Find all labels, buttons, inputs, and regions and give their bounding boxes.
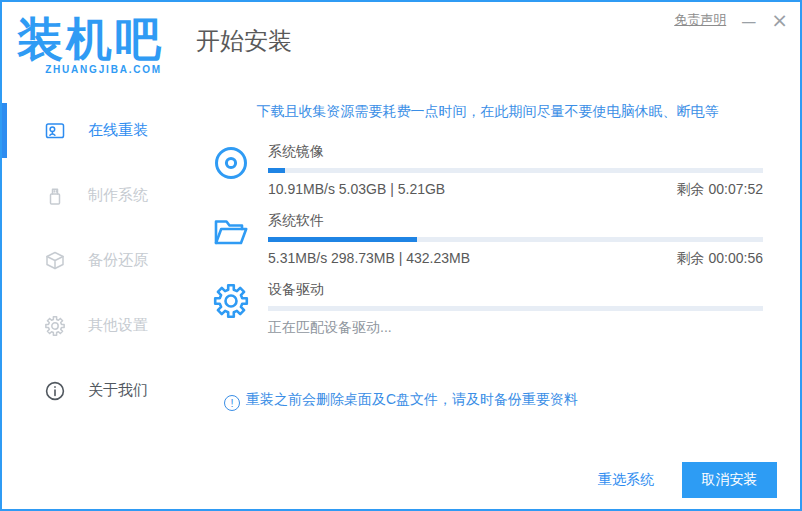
cancel-install-button[interactable]: 取消安装 [682,462,777,498]
brand-logo: 装机吧 ZHUANGJIBA.COM [17,16,164,75]
disclaimer-link[interactable]: 免责声明 [674,11,726,29]
task-row-system-software: 系统软件 5.31MB/s 298.73MB | 432.23MB 剩余 00:… [212,212,763,268]
usb-icon [44,185,66,207]
monitor-icon [44,120,66,142]
task-remaining: 剩余 00:00:56 [677,250,763,268]
gear-icon [212,282,250,320]
top-notice: 下载且收集资源需要耗费一点时间，在此期间尽量不要使电脑休眠、断电等 [212,103,763,121]
sidebar-item-online-reinstall[interactable]: 在线重装 [2,98,187,163]
task-remaining: 剩余 00:07:52 [677,181,763,199]
task-row-system-image: 系统镜像 10.91MB/s 5.03GB | 5.21GB 剩余 00:07:… [212,143,763,199]
reselect-system-button[interactable]: 重选系统 [598,471,654,489]
sidebar: 在线重装 制作系统 [2,88,187,509]
minimize-icon[interactable]: — [741,11,756,30]
page-title: 开始安装 [196,25,292,57]
task-status: 正在匹配设备驱动... [268,319,392,337]
sidebar-item-other-settings[interactable]: 其他设置 [2,293,187,358]
warning-icon: ! [224,395,240,411]
window-controls: 免责声明 — × [674,10,788,30]
progress-bar [268,306,763,311]
folder-icon [212,213,250,251]
task-name: 系统软件 [268,212,763,230]
task-name: 设备驱动 [268,281,763,299]
task-detail: 10.91MB/s 5.03GB | 5.21GB [268,181,445,199]
close-icon[interactable]: × [771,10,788,30]
progress-fill [268,237,417,242]
body: 在线重装 制作系统 [2,88,800,509]
progress-bar [268,237,763,242]
disc-icon [212,144,250,182]
sidebar-item-label: 制作系统 [88,186,148,205]
progress-bar [268,168,763,173]
bottom-warning-text: 重装之前会删除桌面及C盘文件，请及时备份重要资料 [246,391,578,407]
task-list: 系统镜像 10.91MB/s 5.03GB | 5.21GB 剩余 00:07:… [212,143,763,337]
header: 装机吧 ZHUANGJIBA.COM 开始安装 免责声明 — × [2,2,800,88]
footer-actions: 重选系统 取消安装 [598,462,777,498]
sidebar-item-label: 备份还原 [88,251,148,270]
brand-name: 装机吧 [17,16,164,62]
task-detail: 5.31MB/s 298.73MB | 432.23MB [268,250,470,268]
sidebar-item-backup-restore[interactable]: 备份还原 [2,228,187,293]
progress-fill [268,168,285,173]
main-content: 下载且收集资源需要耗费一点时间，在此期间尽量不要使电脑休眠、断电等 系统镜像 [187,88,800,509]
gear-icon [44,315,66,337]
bottom-warning: !重装之前会删除桌面及C盘文件，请及时备份重要资料 [2,391,800,411]
sidebar-item-label: 在线重装 [88,121,148,140]
active-accent-bar [2,103,7,158]
box-icon [44,250,66,272]
sidebar-item-make-system[interactable]: 制作系统 [2,163,187,228]
app-window: 装机吧 ZHUANGJIBA.COM 开始安装 免责声明 — × 在线 [0,0,802,511]
brand-domain: ZHUANGJIBA.COM [45,64,162,75]
sidebar-item-label: 其他设置 [88,316,148,335]
task-row-device-driver: 设备驱动 正在匹配设备驱动... [212,281,763,337]
task-name: 系统镜像 [268,143,763,161]
